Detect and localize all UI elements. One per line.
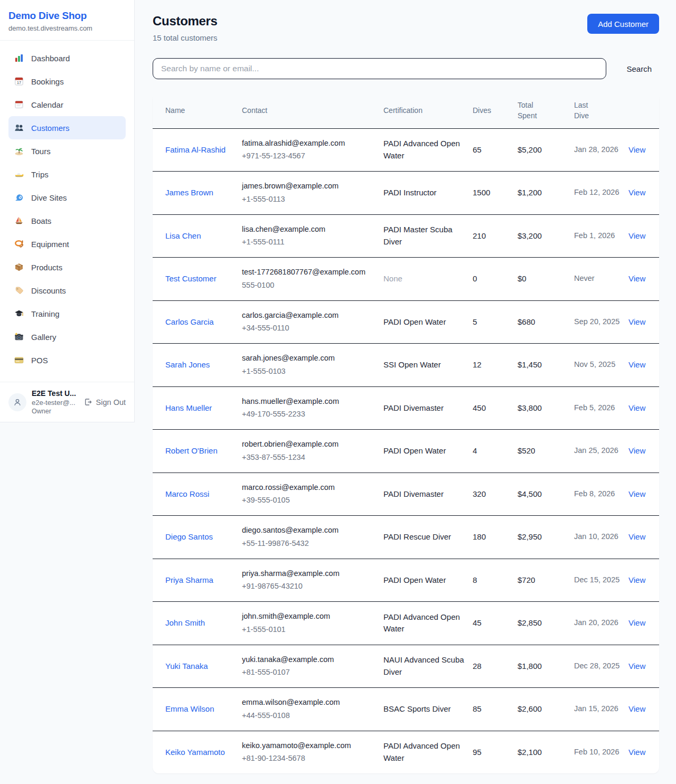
customer-phone: +1-555-0111	[242, 237, 376, 248]
view-customer-link[interactable]: View	[628, 360, 645, 369]
customer-total-spent: $5,200	[518, 128, 574, 172]
view-customer-link[interactable]: View	[628, 188, 645, 197]
column-header-last-dive: Last Dive	[574, 93, 628, 128]
view-customer-link[interactable]: View	[628, 274, 645, 283]
tours-icon	[14, 146, 24, 156]
avatar	[8, 393, 26, 411]
sidebar-item-pos[interactable]: POS	[8, 348, 126, 372]
customer-certification: PADI Instructor	[383, 172, 473, 215]
customer-name-link[interactable]: Emma Wilson	[165, 704, 214, 713]
view-customer-link[interactable]: View	[628, 231, 645, 240]
customer-phone: +353-87-555-1234	[242, 452, 376, 464]
sidebar-item-equipment[interactable]: Equipment	[8, 232, 126, 256]
customer-name-link[interactable]: Hans Mueller	[165, 403, 212, 412]
customer-last-dive: Feb 1, 2026	[574, 214, 628, 258]
sidebar-item-customers[interactable]: Customers	[8, 116, 126, 139]
customer-certification: PADI Open Water	[383, 559, 473, 602]
customer-email: robert.obrien@example.com	[242, 439, 376, 450]
view-customer-link[interactable]: View	[628, 704, 645, 713]
customer-name-link[interactable]: James Brown	[165, 188, 213, 197]
customer-email: fatima.alrashid@example.com	[242, 138, 376, 149]
customer-last-dive: Jan 10, 2026	[574, 516, 628, 559]
customer-name-link[interactable]: Robert O'Brien	[165, 446, 218, 455]
customer-name-link[interactable]: Sarah Jones	[165, 360, 210, 369]
sidebar-item-label: Bookings	[31, 77, 64, 86]
view-customer-link[interactable]: View	[628, 403, 645, 412]
user-info: E2E Test U... e2e-tester@... Owner	[32, 389, 76, 415]
column-header-actions	[628, 93, 659, 128]
customer-total-spent: $3,800	[518, 386, 574, 430]
customers-table: NameContactCertificationDivesTotal Spent…	[153, 93, 659, 773]
sidebar-item-training[interactable]: Training	[8, 302, 126, 325]
customer-total-spent: $720	[518, 559, 574, 602]
column-header-name: Name	[153, 93, 242, 128]
discounts-icon	[14, 285, 24, 296]
customer-name-link[interactable]: Yuki Tanaka	[165, 662, 208, 670]
view-customer-link[interactable]: View	[628, 489, 645, 498]
sidebar-item-tours[interactable]: Tours	[8, 139, 126, 163]
view-customer-link[interactable]: View	[628, 748, 645, 757]
sidebar: Demo Dive Shop demo.test.divestreams.com…	[0, 0, 135, 422]
customer-email: priya.sharma@example.com	[242, 568, 376, 580]
customers-icon	[14, 122, 24, 133]
customer-phone: +44-555-0108	[242, 710, 376, 722]
add-customer-button[interactable]: Add Customer	[587, 14, 659, 34]
customer-certification: PADI Rescue Diver	[383, 516, 473, 559]
sidebar-item-calendar[interactable]: Calendar	[8, 93, 126, 116]
customer-email: sarah.jones@example.com	[242, 353, 376, 364]
equipment-icon	[14, 239, 24, 249]
customer-dives: 320	[473, 473, 518, 516]
customer-certification: SSI Open Water	[383, 344, 473, 387]
page-header: Customers 15 total customers Add Custome…	[153, 14, 659, 42]
view-customer-link[interactable]: View	[628, 618, 645, 627]
sidebar-item-products[interactable]: Products	[8, 256, 126, 279]
table-row: James Brownjames.brown@example.com+1-555…	[153, 172, 659, 215]
table-row: Robert O'Brienrobert.obrien@example.com+…	[153, 430, 659, 473]
customers-table-card: NameContactCertificationDivesTotal Spent…	[153, 93, 659, 773]
customer-name-link[interactable]: John Smith	[165, 618, 205, 627]
sidebar-item-label: Dashboard	[31, 54, 70, 63]
customer-last-dive: Jan 25, 2026	[574, 430, 628, 473]
customer-count: 15 total customers	[153, 33, 218, 42]
sign-out-button[interactable]: Sign Out	[83, 398, 126, 407]
search-input[interactable]	[153, 58, 606, 79]
sidebar-item-bookings[interactable]: 17Bookings	[8, 70, 126, 93]
sidebar-item-dive-sites[interactable]: Dive Sites	[8, 186, 126, 209]
view-customer-link[interactable]: View	[628, 575, 645, 584]
sidebar-item-trips[interactable]: Trips	[8, 163, 126, 186]
table-row: Marco Rossimarco.rossi@example.com+39-55…	[153, 473, 659, 516]
customer-phone: +55-11-99876-5432	[242, 538, 376, 550]
sidebar-item-discounts[interactable]: Discounts	[8, 279, 126, 302]
customer-last-dive: Jan 28, 2026	[574, 128, 628, 172]
table-row: Hans Muellerhans.mueller@example.com+49-…	[153, 386, 659, 430]
customer-email: lisa.chen@example.com	[242, 224, 376, 235]
view-customer-link[interactable]: View	[628, 532, 645, 541]
customer-name-link[interactable]: Fatima Al-Rashid	[165, 145, 226, 154]
view-customer-link[interactable]: View	[628, 317, 645, 326]
customer-email: emma.wilson@example.com	[242, 697, 376, 709]
customer-name-link[interactable]: Carlos Garcia	[165, 317, 214, 326]
view-customer-link[interactable]: View	[628, 446, 645, 455]
customer-last-dive: Feb 10, 2026	[574, 731, 628, 773]
main-content: Customers 15 total customers Add Custome…	[135, 0, 676, 784]
dive-sites-icon	[14, 192, 24, 203]
search-row: Search	[153, 58, 659, 79]
customer-name-link[interactable]: Priya Sharma	[165, 575, 213, 584]
sidebar-item-dashboard[interactable]: Dashboard	[8, 46, 126, 70]
customer-name-link[interactable]: Test Customer	[165, 274, 217, 283]
sidebar-item-boats[interactable]: Boats	[8, 209, 126, 232]
customer-name-link[interactable]: Marco Rossi	[165, 489, 209, 498]
user-name: E2E Test U...	[32, 389, 76, 398]
trips-icon	[14, 169, 24, 180]
customer-name-link[interactable]: Diego Santos	[165, 532, 213, 541]
table-row: Emma Wilsonemma.wilson@example.com+44-55…	[153, 688, 659, 731]
customer-name-link[interactable]: Keiko Yamamoto	[165, 748, 225, 757]
view-customer-link[interactable]: View	[628, 145, 645, 154]
sidebar-item-gallery[interactable]: Gallery	[8, 325, 126, 348]
search-button[interactable]: Search	[619, 62, 659, 75]
calendar-icon	[14, 99, 24, 110]
table-row: Priya Sharmapriya.sharma@example.com+91-…	[153, 559, 659, 602]
customer-dives: 450	[473, 386, 518, 430]
view-customer-link[interactable]: View	[628, 662, 645, 670]
customer-name-link[interactable]: Lisa Chen	[165, 231, 201, 240]
